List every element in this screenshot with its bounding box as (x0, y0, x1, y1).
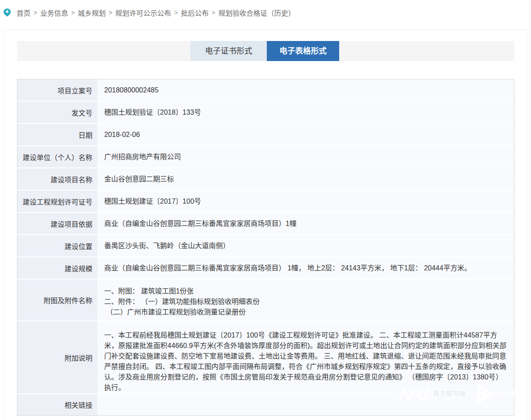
row-label: 项目立案号 (17, 79, 99, 101)
breadcrumb-item-2[interactable]: 城乡规划 (78, 7, 106, 18)
breadcrumb-items: 首页>业务信息>城乡规划>规划许可公示公布>批后公布>规划验收合格证（历史） (17, 7, 295, 18)
row-label: 日期 (17, 124, 99, 145)
row-value: 金山谷创意园二期三标 (99, 168, 514, 190)
row-label: 建设工程规划许可证号 (17, 191, 99, 212)
row-value: 一、附图： 建筑竣工图1份张 二、附件： （一）建筑功能指标规划验收明细表份 （… (99, 280, 514, 321)
row-value-text: 穗国土规划建证〔2017〕100号 (104, 196, 201, 207)
row-label: 建设单位（个人）名称 (17, 146, 99, 167)
row-value-text: 商业（自编金山谷创意园二期三标番禺宜家家居商场项目）1幢 (104, 219, 296, 229)
row-value: 一、本工程前经我局穗国土规划建证〔2017〕100号《建设工程规划许可证》批准建… (99, 321, 514, 393)
row-value: 商业（自编金山谷创意园二期三标番禺宜家家居商场项目） 1幢， 地上2层： 241… (99, 257, 514, 279)
table-row: 发文号穗国土规划验证〔2018〕133号 (17, 102, 514, 124)
breadcrumb-separator: > (109, 9, 112, 16)
row-label-text: 建设位置 (65, 241, 92, 251)
row-value: 广州招商房地产有限公司 (99, 146, 514, 167)
table-row: 相关链接 (17, 394, 514, 415)
breadcrumb-separator: > (34, 9, 37, 16)
row-label-text: 建设单位（个人）名称 (23, 152, 92, 162)
row-label: 发文号 (17, 102, 99, 123)
row-value: 穗国土规划验证〔2018〕133号 (99, 102, 514, 123)
row-label-text: 建设项目依据 (51, 219, 92, 229)
table-row: 建设位置番禺区沙头街、飞鹅岭（金山大道南侧） (17, 235, 514, 257)
row-value-text: 一、本工程前经我局穗国土规划建证〔2017〕100号《建设工程规划许可证》批准建… (104, 330, 507, 393)
row-value-text: 20180800002485 (104, 85, 159, 96)
tab-strip: 电子证书形式 电子表格形式 (17, 41, 514, 61)
row-label-text: 日期 (78, 130, 92, 140)
table-row: 附加说明一、本工程前经我局穗国土规划建证〔2017〕100号《建设工程规划许可证… (17, 321, 514, 394)
page: { "accent_colors": { "active_tab_bg": "#… (0, 0, 531, 420)
row-label: 附加说明 (17, 321, 99, 393)
row-value-text: 金山谷创意园二期三标 (104, 174, 174, 184)
row-label: 建设项目名称 (17, 168, 99, 190)
breadcrumb-item-0[interactable]: 首页 (17, 7, 31, 18)
row-label-text: 建设规模 (65, 263, 92, 273)
row-value: 2018-02-06 (99, 124, 514, 145)
row-label-text: 附图及附件名称 (44, 295, 92, 305)
row-label: 建设项目依据 (17, 213, 99, 234)
row-value: 穗国土规划建证〔2017〕100号 (99, 191, 514, 212)
row-value-text: 广州招商房地产有限公司 (104, 152, 181, 162)
table-row: 项目立案号20180800002485 (17, 79, 514, 102)
row-label-text: 建设项目名称 (51, 174, 92, 184)
row-value-text: 2018-02-06 (104, 130, 140, 140)
row-label-text: 附加说明 (65, 352, 92, 363)
row-label: 附图及附件名称 (17, 280, 99, 321)
row-label: 建设规模 (17, 257, 99, 279)
row-value: 20180800002485 (99, 79, 514, 101)
breadcrumb-item-3[interactable]: 规划许可公示公布 (116, 7, 171, 18)
row-value-text: 一、附图： 建筑竣工图1份张 二、附件： （一）建筑功能指标规划验收明细表份 （… (104, 286, 259, 318)
row-value: 番禺区沙头街、飞鹅岭（金山大道南侧） (99, 235, 514, 256)
row-value-text: 穗国土规划验证〔2018〕133号 (104, 107, 201, 118)
breadcrumb-separator: > (174, 9, 178, 16)
tab-electronic-certificate[interactable]: 电子证书形式 (191, 41, 267, 61)
table-row: 附图及附件名称一、附图： 建筑竣工图1份张 二、附件： （一）建筑功能指标规划验… (17, 280, 514, 321)
row-label-text: 建设工程规划许可证号 (23, 196, 92, 207)
tab-electronic-table[interactable]: 电子表格形式 (267, 41, 339, 61)
row-value-text: 番禺区沙头街、飞鹅岭（金山大道南侧） (104, 241, 230, 251)
breadcrumb-separator: > (71, 9, 75, 16)
row-label-text: 项目立案号 (58, 85, 92, 96)
row-label-text: 相关链接 (65, 400, 92, 410)
breadcrumb: 首页>业务信息>城乡规划>规划许可公示公布>批后公布>规划验收合格证（历史） (3, 8, 295, 17)
info-table: 项目立案号20180800002485发文号穗国土规划验证〔2018〕133号日… (17, 79, 514, 416)
row-value-text: 商业（自编金山谷创意园二期三标番禺宜家家居商场项目） 1幢， 地上2层： 241… (104, 263, 471, 273)
row-value (99, 394, 514, 415)
breadcrumb-item-4[interactable]: 批后公布 (181, 7, 209, 18)
breadcrumb-separator: > (212, 9, 215, 16)
breadcrumb-item-5: 规划验收合格证（历史） (218, 7, 295, 18)
table-row: 建设项目依据商业（自编金山谷创意园二期三标番禺宜家家居商场项目）1幢 (17, 213, 514, 235)
row-label: 相关链接 (17, 394, 99, 415)
table-row: 建设规模商业（自编金山谷创意园二期三标番禺宜家家居商场项目） 1幢， 地上2层：… (17, 257, 514, 280)
table-row: 建设项目名称金山谷创意园二期三标 (17, 168, 514, 191)
table-row: 建设单位（个人）名称广州招商房地产有限公司 (17, 146, 514, 168)
location-pin-icon (3, 8, 11, 17)
row-label: 建设位置 (17, 235, 99, 256)
breadcrumb-item-1[interactable]: 业务信息 (40, 7, 68, 18)
row-value: 商业（自编金山谷创意园二期三标番禺宜家家居商场项目）1幢 (99, 213, 514, 234)
row-label-text: 发文号 (71, 107, 92, 118)
table-row: 日期2018-02-06 (17, 124, 514, 146)
pin-dot (6, 10, 9, 13)
table-row: 建设工程规划许可证号穗国土规划建证〔2017〕100号 (17, 191, 514, 213)
content-card: 电子证书形式 电子表格形式 项目立案号20180800002485发文号穗国土规… (3, 30, 527, 420)
